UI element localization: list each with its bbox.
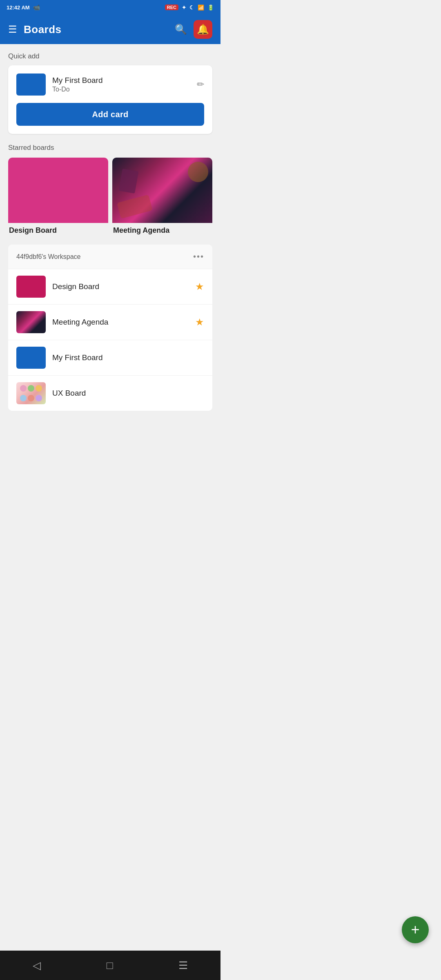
workspace-more-icon[interactable]: •••	[193, 252, 204, 261]
starred-boards-label: Starred boards	[8, 144, 212, 152]
video-icon: 📹	[33, 4, 40, 11]
ux-list-name: UX Board	[52, 389, 204, 398]
status-time: 12:42 AM	[7, 4, 30, 11]
workspace-header: 44f9dbf6's Workspace •••	[8, 245, 212, 269]
photo-decor-1	[188, 162, 208, 182]
first-list-thumbnail	[16, 347, 46, 369]
meeting-board-image	[112, 158, 212, 223]
board-list-item-first[interactable]: My First Board	[8, 340, 212, 376]
design-board-image	[8, 158, 108, 223]
status-bar: 12:42 AM 📹 REC ✦ ☾ 📶 🔋	[0, 0, 220, 15]
design-star-icon[interactable]: ★	[195, 281, 204, 292]
app-bar: ☰ Boards 🔍 🔔	[0, 15, 220, 44]
starred-boards-grid: Design Board Meeting Agenda	[8, 158, 212, 235]
bell-icon: 🔔	[197, 24, 209, 35]
notification-bell-button[interactable]: 🔔	[194, 20, 212, 39]
macaron-2	[28, 385, 34, 392]
main-content: Quick add My First Board To-Do ✏ Add car…	[0, 44, 220, 484]
board-info: My First Board To-Do	[52, 76, 103, 93]
photo-decor-2	[117, 194, 153, 218]
status-bar-right: REC ✦ ☾ 📶 🔋	[165, 4, 214, 11]
rec-badge: REC	[165, 4, 178, 10]
ux-list-thumbnail	[16, 382, 46, 404]
board-list-item-design[interactable]: Design Board ★	[8, 269, 212, 305]
design-list-name: Design Board	[52, 282, 189, 291]
macaron-3	[36, 385, 42, 392]
board-list-item-meeting[interactable]: Meeting Agenda ★	[8, 305, 212, 340]
status-bar-left: 12:42 AM 📹	[7, 4, 40, 11]
app-bar-title: Boards	[24, 23, 168, 36]
macaron-6	[36, 395, 42, 401]
starred-board-meeting[interactable]: Meeting Agenda	[112, 158, 212, 235]
search-icon[interactable]: 🔍	[175, 24, 187, 35]
photo-decor-3	[119, 169, 139, 194]
meeting-list-thumbnail	[16, 311, 46, 333]
meeting-list-name: Meeting Agenda	[52, 318, 189, 327]
workspace-section: 44f9dbf6's Workspace ••• Design Board ★ …	[8, 245, 212, 411]
board-list: To-Do	[52, 86, 103, 93]
edit-board-icon[interactable]: ✏	[197, 79, 204, 90]
quick-add-card: My First Board To-Do ✏ Add card	[8, 65, 212, 134]
starred-board-design[interactable]: Design Board	[8, 158, 108, 235]
meeting-board-name: Meeting Agenda	[112, 226, 212, 235]
board-thumbnail-blue	[16, 74, 46, 96]
macaron-1	[20, 385, 27, 392]
design-list-thumbnail	[16, 276, 46, 298]
board-selector: My First Board To-Do ✏	[16, 74, 204, 96]
workspace-name: 44f9dbf6's Workspace	[16, 253, 81, 261]
quick-add-label: Quick add	[8, 52, 212, 60]
battery-icon: 🔋	[207, 4, 214, 11]
design-board-name: Design Board	[8, 226, 108, 235]
macaron-4	[20, 395, 27, 401]
menu-icon[interactable]: ☰	[8, 24, 17, 35]
moon-icon: ☾	[189, 4, 194, 11]
macaron-5	[28, 395, 34, 401]
board-list-item-ux[interactable]: UX Board	[8, 376, 212, 411]
board-selector-left: My First Board To-Do	[16, 74, 103, 96]
first-list-name: My First Board	[52, 353, 204, 362]
meeting-star-icon[interactable]: ★	[195, 316, 204, 328]
bluetooth-icon: ✦	[182, 4, 186, 11]
add-card-button[interactable]: Add card	[16, 103, 204, 126]
wifi-icon: 📶	[198, 4, 204, 11]
board-name: My First Board	[52, 76, 103, 85]
